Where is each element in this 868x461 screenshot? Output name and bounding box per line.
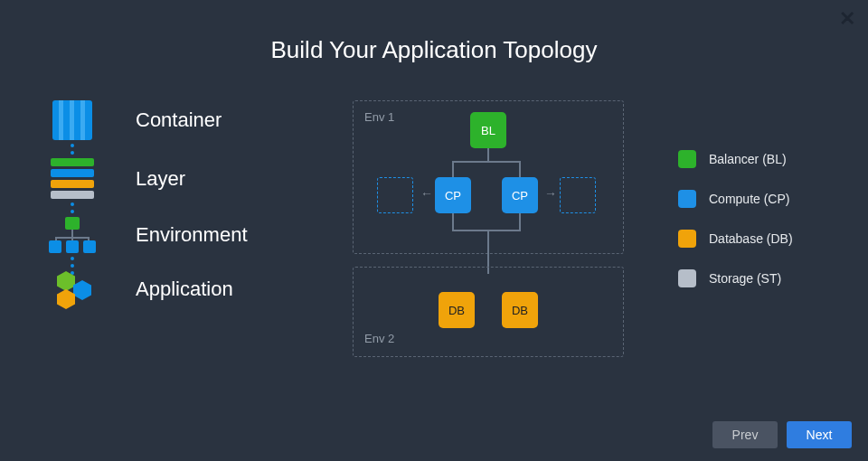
env2-label: Env 2 xyxy=(364,332,394,345)
hierarchy-label: Application xyxy=(136,278,233,301)
application-icon xyxy=(45,271,99,307)
hierarchy-list: Container Layer xyxy=(45,100,316,357)
hierarchy-application: Application xyxy=(45,271,316,307)
hierarchy-layer: Layer xyxy=(45,158,316,199)
legend-label: Database (DB) xyxy=(709,231,793,246)
legend-label: Compute (CP) xyxy=(709,192,789,206)
compute-node[interactable]: CP xyxy=(435,177,471,213)
prev-button[interactable]: Prev xyxy=(712,421,778,448)
page-title: Build Your Application Topology xyxy=(0,0,868,64)
legend-swatch xyxy=(678,150,696,168)
env1-label: Env 1 xyxy=(364,110,394,124)
hierarchy-environment: Environment xyxy=(45,217,316,253)
env2-box: Env 2 DB DB xyxy=(353,267,624,357)
balancer-node[interactable]: BL xyxy=(470,112,506,148)
legend-balancer: Balancer (BL) xyxy=(678,150,841,168)
legend: Balancer (BL) Compute (CP) Database (DB)… xyxy=(678,150,841,357)
main-content: Container Layer xyxy=(0,64,868,357)
scale-slot-right[interactable] xyxy=(560,177,596,213)
compute-node[interactable]: CP xyxy=(502,177,538,213)
legend-swatch xyxy=(678,269,696,287)
layer-icon xyxy=(45,158,99,199)
environment-icon xyxy=(45,217,99,253)
legend-storage: Storage (ST) xyxy=(678,269,841,287)
legend-swatch xyxy=(678,230,696,248)
database-node[interactable]: DB xyxy=(439,292,475,328)
legend-swatch xyxy=(678,190,696,208)
hierarchy-label: Container xyxy=(136,108,222,132)
database-node[interactable]: DB xyxy=(502,292,538,328)
container-icon xyxy=(45,100,99,140)
footer-buttons: Prev Next xyxy=(712,421,852,448)
scale-slot-left[interactable] xyxy=(377,177,413,213)
legend-label: Storage (ST) xyxy=(709,271,781,286)
arrow-left-icon: ← xyxy=(420,186,433,201)
arrow-right-icon: → xyxy=(544,186,557,201)
hierarchy-label: Environment xyxy=(136,223,248,247)
env1-box: Env 1 BL ← CP CP → xyxy=(353,100,624,254)
topology-diagram: Env 1 BL ← CP CP → Env 2 DB DB xyxy=(353,100,624,357)
legend-compute: Compute (CP) xyxy=(678,190,841,208)
legend-label: Balancer (BL) xyxy=(709,152,787,166)
legend-database: Database (DB) xyxy=(678,230,841,248)
close-icon[interactable]: ✕ xyxy=(839,9,855,29)
next-button[interactable]: Next xyxy=(787,421,852,448)
hierarchy-container: Container xyxy=(45,100,316,140)
hierarchy-label: Layer xyxy=(136,167,185,191)
